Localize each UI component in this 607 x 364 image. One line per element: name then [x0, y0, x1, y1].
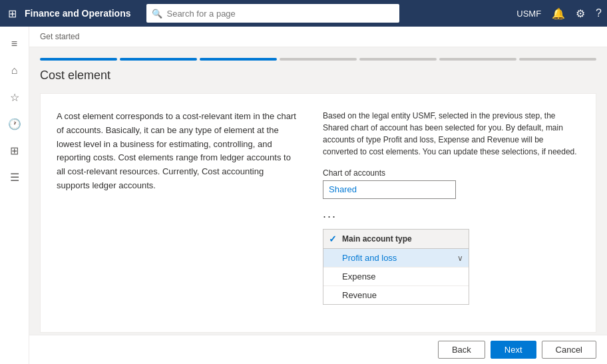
back-button[interactable]: Back: [438, 341, 485, 359]
expense-label: Expense: [342, 272, 376, 281]
page-container: Cost element A cost element corresponds …: [29, 47, 607, 335]
sidebar-modules[interactable]: ⊞: [3, 138, 27, 162]
sidebar-recent[interactable]: 🕐: [3, 112, 27, 136]
bell-icon[interactable]: 🔔: [552, 7, 565, 20]
app-title: Finance and Operations: [25, 8, 130, 19]
step-7: [519, 58, 596, 61]
step-1: [40, 58, 117, 61]
chevron-down-icon: ∨: [457, 254, 463, 263]
info-text: Based on the legal entity USMF, selected…: [323, 110, 580, 158]
step-5: [359, 58, 437, 61]
content-card: A cost element corresponds to a cost-rel…: [40, 93, 596, 333]
breadcrumb-text: Get started: [40, 32, 79, 41]
table-header-label: Main account type: [342, 234, 412, 244]
table-header-row: ✓ Main account type: [323, 230, 469, 249]
gear-icon[interactable]: ⚙: [576, 7, 585, 20]
sidebar-favorites[interactable]: ☆: [3, 85, 27, 109]
right-panel: Based on the legal entity USMF, selected…: [323, 110, 580, 305]
chart-of-accounts-value: Shared: [323, 180, 456, 199]
step-4: [280, 58, 357, 61]
left-description: A cost element corresponds to a cost-rel…: [57, 110, 296, 305]
user-label: USMF: [516, 9, 541, 19]
layout: ≡ ⌂ ☆ 🕐 ⊞ ☰ Get started Cost element: [0, 27, 607, 364]
next-button[interactable]: Next: [491, 341, 536, 359]
profit-loss-label: Profit and loss: [342, 253, 397, 263]
cancel-button[interactable]: Cancel: [542, 341, 596, 359]
nav-right: USMF 🔔 ⚙ ?: [516, 7, 602, 20]
search-bar: 🔍: [146, 4, 399, 23]
account-type-table: ✓ Main account type Profit and loss ∨ Ex…: [323, 229, 469, 305]
top-nav: ⊞ Finance and Operations 🔍 USMF 🔔 ⚙ ?: [0, 0, 607, 27]
footer: Back Next Cancel: [29, 335, 607, 364]
help-icon[interactable]: ?: [596, 7, 602, 19]
ellipsis: ...: [323, 207, 580, 221]
main-content: Get started Cost element A cost element: [29, 27, 607, 364]
sidebar-hamburger[interactable]: ≡: [3, 32, 27, 56]
table-row-profit-loss[interactable]: Profit and loss ∨: [323, 249, 469, 268]
sidebar-home[interactable]: ⌂: [3, 59, 27, 83]
progress-steps: [40, 58, 596, 61]
step-3: [200, 58, 277, 61]
table-row-revenue[interactable]: Revenue: [323, 286, 469, 304]
page-title: Cost element: [40, 69, 596, 83]
grid-icon[interactable]: ⊞: [5, 7, 19, 20]
search-icon: 🔍: [152, 9, 162, 19]
table-row-expense[interactable]: Expense: [323, 268, 469, 286]
breadcrumb: Get started: [29, 27, 607, 47]
sidebar: ≡ ⌂ ☆ 🕐 ⊞ ☰: [0, 27, 29, 364]
chart-of-accounts-label: Chart of accounts: [323, 168, 580, 178]
search-input[interactable]: [166, 9, 394, 19]
content-layout: A cost element corresponds to a cost-rel…: [57, 110, 580, 305]
step-6: [439, 58, 516, 61]
check-icon: ✓: [329, 234, 337, 244]
revenue-label: Revenue: [342, 290, 377, 300]
sidebar-list[interactable]: ☰: [3, 165, 27, 189]
step-2: [120, 58, 197, 61]
